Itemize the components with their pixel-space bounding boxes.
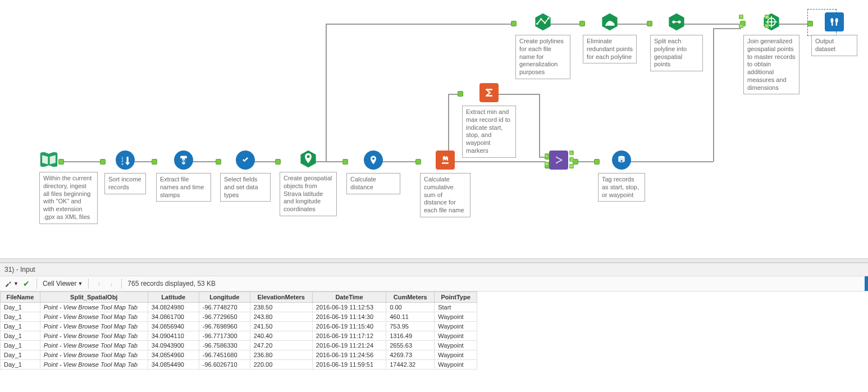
tool-caption: Split each polyline into geospatial poin…: [650, 35, 703, 71]
tool-select[interactable]: Select fields and set data types: [220, 151, 271, 202]
actions-dropdown[interactable]: ▼: [3, 279, 19, 288]
cell-dt: 2016-06-19 11:17:12: [312, 331, 386, 341]
cell-cum: 753.95: [386, 322, 435, 331]
tool-create-points[interactable]: Create geospatial objects from Strava la…: [280, 149, 337, 216]
cell-filename: Day_1: [1, 350, 40, 360]
workflow-canvas[interactable]: Within the current directory, ingest all…: [0, 0, 868, 258]
col-datetime[interactable]: DateTime: [312, 292, 386, 303]
cell-elev: 241.50: [250, 322, 312, 331]
col-spatialobj[interactable]: Split_SpatialObj: [40, 292, 148, 303]
cell-filename: Day_1: [1, 312, 40, 322]
polybuild-icon: [533, 12, 552, 31]
sigma-icon: [479, 83, 499, 102]
browse-icon: [825, 12, 844, 31]
tool-polybuild[interactable]: Create polylines for each file name for …: [515, 12, 570, 79]
cell-elev: 220.00: [250, 360, 312, 370]
tool-formula-tag[interactable]: Tag records as start, stop, or waypoint: [598, 151, 645, 202]
col-cum[interactable]: CumMeters: [386, 292, 435, 303]
tool-caption: Select fields and set data types: [220, 173, 271, 202]
formula-icon: [612, 151, 631, 170]
cell-dt: 2016-06-19 11:15:40: [312, 322, 386, 331]
col-pointtype[interactable]: PointType: [435, 292, 477, 303]
tool-caption: Tag records as start, stop, or waypoint: [598, 173, 645, 202]
cell-spatial-link[interactable]: Point - View Browse Tool Map Tab: [40, 360, 148, 370]
tool-distance[interactable]: Calculate distance: [346, 151, 400, 194]
svg-point-17: [540, 18, 542, 20]
cell-lon: -96.7717300: [199, 331, 250, 341]
generalize-icon: [600, 12, 619, 31]
cell-pt: Start: [435, 303, 477, 312]
tool-formula-extract[interactable]: Extract file names and time stamps: [156, 151, 211, 202]
tool-polysplit[interactable]: Split each polyline into geospatial poin…: [650, 12, 703, 71]
col-latitude[interactable]: Latitude: [148, 292, 199, 303]
svg-point-14: [620, 160, 622, 162]
results-table[interactable]: FileName Split_SpatialObj Latitude Longi…: [0, 291, 477, 370]
cell-filename: Day_1: [1, 331, 40, 341]
cell-lon: -96.7748270: [199, 303, 250, 312]
cell-dt: 2016-06-19 11:59:51: [312, 360, 386, 370]
cell-filename: Day_1: [1, 303, 40, 312]
table-row[interactable]: Day_1Point - View Browse Tool Map Tab34.…: [1, 350, 477, 360]
tool-sort[interactable]: 123 Sort income records: [104, 151, 146, 194]
formula-icon: [174, 151, 193, 170]
tool-caption: Extract min and max record id to indicat…: [462, 106, 516, 158]
col-elev[interactable]: ElevationMeters: [250, 292, 312, 303]
svg-point-16: [536, 23, 538, 25]
cell-lat: 34.0824980: [148, 303, 199, 312]
tool-join[interactable]: L R L J R: [549, 151, 568, 170]
splitter[interactable]: [0, 258, 868, 263]
tool-running-total[interactable]: Calculate cumulative sum of distance for…: [420, 151, 470, 217]
cell-filename: Day_1: [1, 360, 40, 370]
results-table-wrap: FileName Split_SpatialObj Latitude Longi…: [0, 291, 868, 370]
geo-point-icon: [299, 149, 318, 168]
svg-point-7: [307, 155, 309, 158]
cell-pt: Waypoint: [435, 312, 477, 322]
tool-caption: Sort income records: [104, 173, 146, 194]
col-longitude[interactable]: Longitude: [199, 292, 250, 303]
table-header-row: FileName Split_SpatialObj Latitude Longi…: [1, 292, 477, 303]
cell-cum: 1316.49: [386, 331, 435, 341]
check-icon[interactable]: ✔: [22, 279, 31, 288]
svg-point-4: [183, 160, 185, 162]
cell-dt: 2016-06-19 11:21:24: [312, 341, 386, 350]
cell-spatial-link[interactable]: Point - View Browse Tool Map Tab: [40, 341, 148, 350]
arrow-down-icon[interactable]: ↓: [107, 279, 116, 288]
tool-caption: Join generalized geospatial points to ma…: [743, 35, 800, 94]
tool-input[interactable]: Within the current directory, ingest all…: [39, 151, 98, 224]
cell-lat: 34.0854490: [148, 360, 199, 370]
cell-pt: Waypoint: [435, 331, 477, 341]
table-row[interactable]: Day_1Point - View Browse Tool Map Tab34.…: [1, 312, 477, 322]
tool-generalize[interactable]: Eliminate redundant points for each poly…: [583, 12, 637, 63]
chevron-down-icon: ▼: [77, 281, 83, 286]
tool-summarize[interactable]: Extract min and max record id to indicat…: [462, 83, 516, 158]
cell-elev: 240.40: [250, 331, 312, 341]
cell-spatial-link[interactable]: Point - View Browse Tool Map Tab: [40, 322, 148, 331]
cell-lon: -96.7729650: [199, 312, 250, 322]
cell-spatial-link[interactable]: Point - View Browse Tool Map Tab: [40, 350, 148, 360]
svg-point-13: [618, 156, 625, 159]
join-icon: [549, 151, 568, 170]
table-row[interactable]: Day_1Point - View Browse Tool Map Tab34.…: [1, 322, 477, 331]
table-row[interactable]: Day_1Point - View Browse Tool Map Tab34.…: [1, 360, 477, 370]
chevron-down-icon: ▼: [13, 281, 19, 286]
tool-browse[interactable]: Output dataset: [811, 12, 857, 56]
tool-caption: Eliminate redundant points for each poly…: [583, 35, 637, 63]
tool-caption: Output dataset: [811, 35, 857, 56]
table-row[interactable]: Day_1Point - View Browse Tool Map Tab34.…: [1, 303, 477, 312]
tool-caption: Create geospatial objects from Strava la…: [280, 172, 337, 216]
svg-point-8: [372, 157, 374, 159]
cell-spatial-link[interactable]: Point - View Browse Tool Map Tab: [40, 303, 148, 312]
cell-spatial-link[interactable]: Point - View Browse Tool Map Tab: [40, 331, 148, 341]
cell-spatial-link[interactable]: Point - View Browse Tool Map Tab: [40, 312, 148, 322]
scroll-handle[interactable]: [865, 276, 868, 291]
cell-elev: 238.50: [250, 303, 312, 312]
arrow-up-icon[interactable]: ↑: [94, 279, 103, 288]
cell-viewer-dropdown[interactable]: Cell Viewer ▼: [43, 280, 83, 288]
tool-caption: Within the current directory, ingest all…: [39, 172, 98, 224]
cell-lon: -96.7451680: [199, 350, 250, 360]
col-filename[interactable]: FileName: [1, 292, 40, 303]
tool-caption: Calculate distance: [346, 173, 400, 194]
table-row[interactable]: Day_1Point - View Browse Tool Map Tab34.…: [1, 331, 477, 341]
table-row[interactable]: Day_1Point - View Browse Tool Map Tab34.…: [1, 341, 477, 350]
tool-spatial-match[interactable]: T U M U Join generalized geospatial poin…: [743, 12, 800, 94]
